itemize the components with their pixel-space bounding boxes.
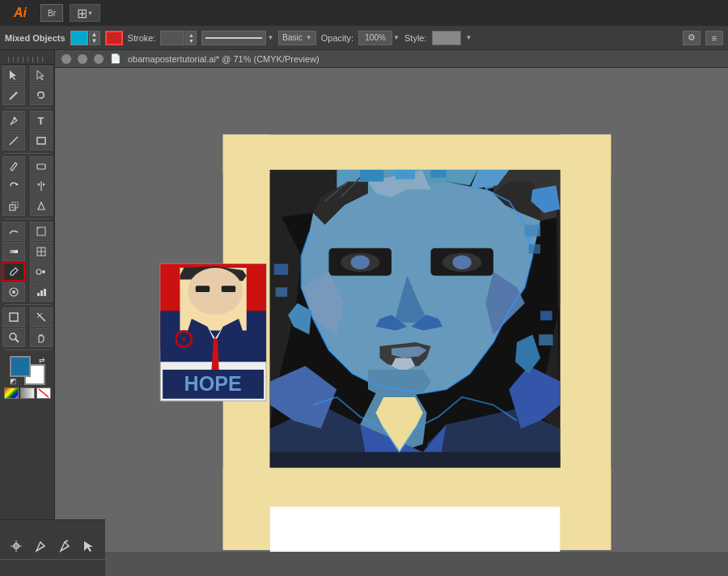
tool-divider-4 xyxy=(5,304,50,305)
settings-icon-btn[interactable]: ⚙ xyxy=(683,31,700,45)
pencil-tool[interactable] xyxy=(2,156,25,176)
bottom-divider xyxy=(0,559,105,560)
graph-tool[interactable] xyxy=(30,282,53,302)
svg-marker-11 xyxy=(43,183,45,186)
magic-wand-tool[interactable] xyxy=(2,86,25,105)
reset-colors-icon[interactable]: ◩ xyxy=(10,377,17,385)
style-dropdown-arrow[interactable]: ▼ xyxy=(466,34,472,41)
warp-tool[interactable] xyxy=(2,222,25,241)
svg-rect-81 xyxy=(276,287,288,297)
svg-rect-86 xyxy=(430,170,446,178)
pen-tool[interactable] xyxy=(2,111,25,130)
stroke-style-box[interactable] xyxy=(201,31,266,45)
color-mode-btn[interactable] xyxy=(4,388,19,399)
svg-rect-83 xyxy=(539,334,552,345)
stroke-width-input[interactable] xyxy=(160,31,184,45)
main-area: |||||||| T xyxy=(0,50,728,552)
svg-line-33 xyxy=(39,389,49,397)
svg-rect-79 xyxy=(529,244,541,254)
panel-toggle-btn[interactable]: ≡ xyxy=(705,31,723,45)
fill-dropdown-arrow[interactable]: ▲▼ xyxy=(89,31,100,45)
svg-rect-7 xyxy=(37,164,45,169)
bottom-tool-row-1 xyxy=(6,536,99,556)
pen-tool-alt[interactable] xyxy=(55,536,74,556)
tool-row-8 xyxy=(2,222,53,241)
window-maximize-button[interactable] xyxy=(94,54,104,64)
artboard-tool[interactable] xyxy=(2,307,25,327)
swap-colors-icon[interactable]: ⇄ xyxy=(39,356,45,364)
svg-marker-1 xyxy=(37,70,44,80)
svg-rect-6 xyxy=(37,138,45,144)
bottom-pen-panel xyxy=(0,519,105,576)
rotate-tool[interactable] xyxy=(2,176,25,196)
eraser-tool[interactable] xyxy=(30,156,53,176)
svg-rect-28 xyxy=(10,313,18,321)
canvas-svg: HOPE xyxy=(55,68,728,552)
mesh-tool[interactable] xyxy=(30,242,53,261)
type-tool[interactable]: T xyxy=(30,111,53,130)
zoom-tool[interactable] xyxy=(2,328,25,347)
svg-point-104 xyxy=(182,337,185,341)
tool-row-13 xyxy=(2,328,53,347)
svg-point-24 xyxy=(12,290,15,294)
brush-dropdown[interactable]: Basic ▼ xyxy=(278,31,315,45)
arrange-button[interactable]: ⊞ ▼ xyxy=(70,4,100,22)
anchor-add-tool[interactable] xyxy=(6,536,26,556)
reflect-tool[interactable] xyxy=(30,176,53,196)
slice-tool[interactable] xyxy=(30,307,53,327)
pen-tool-bottom[interactable] xyxy=(31,536,50,556)
gradient-tool[interactable] xyxy=(2,242,25,261)
svg-point-57 xyxy=(453,256,472,269)
left-toolbar: |||||||| T xyxy=(0,50,55,552)
stroke-arrows[interactable]: ▲▼ xyxy=(185,31,197,45)
window-minimize-button[interactable] xyxy=(78,54,87,64)
eyedropper-tool[interactable] xyxy=(2,262,25,282)
svg-rect-82 xyxy=(540,311,552,320)
svg-point-56 xyxy=(351,256,370,269)
window-close-button[interactable] xyxy=(61,54,71,64)
arrow-tool[interactable] xyxy=(79,536,99,556)
direct-selection-tool[interactable] xyxy=(30,66,53,85)
canvas-area[interactable]: 📄 obamapostertutorial.ai* @ 71% (CMYK/Pr… xyxy=(55,50,728,552)
foreground-color[interactable] xyxy=(10,356,31,377)
svg-rect-71 xyxy=(270,452,560,468)
svg-rect-80 xyxy=(274,264,288,275)
line-tool[interactable] xyxy=(2,131,25,150)
svg-text:HOPE: HOPE xyxy=(184,372,241,395)
no-fill-btn[interactable] xyxy=(36,388,51,399)
opacity-dropdown-arrow[interactable]: ▼ xyxy=(393,34,400,41)
blend-tool[interactable] xyxy=(30,262,53,282)
svg-point-21 xyxy=(36,269,41,274)
opacity-input[interactable]: 100% xyxy=(358,31,392,45)
selection-tool[interactable] xyxy=(2,66,25,85)
svg-marker-10 xyxy=(37,183,40,186)
svg-rect-16 xyxy=(10,250,18,253)
hand-tool[interactable] xyxy=(30,328,53,347)
bridge-button[interactable]: Br xyxy=(40,4,63,22)
fg-bg-colors: ⇄ ◩ xyxy=(10,356,45,385)
svg-rect-27 xyxy=(44,289,46,296)
free-distort-tool[interactable] xyxy=(30,222,53,241)
gradient-mode-btn[interactable] xyxy=(20,388,35,399)
style-box[interactable] xyxy=(432,31,461,45)
toolbar-ruler: |||||||| xyxy=(0,53,54,65)
svg-point-31 xyxy=(10,333,16,340)
stroke-style-arrow[interactable]: ▼ xyxy=(267,34,273,41)
style-label: Style: xyxy=(404,33,427,43)
fill-color-swatch[interactable] xyxy=(70,31,88,45)
lasso-tool[interactable] xyxy=(30,86,53,105)
svg-line-5 xyxy=(10,137,18,145)
stroke-color-swatch[interactable] xyxy=(105,31,123,45)
transform-tool[interactable] xyxy=(30,197,53,216)
rect-tool[interactable] xyxy=(30,131,53,150)
mixed-objects-label: Mixed Objects xyxy=(5,33,66,43)
color-mode-row xyxy=(4,388,51,399)
tool-divider-5 xyxy=(5,349,50,350)
svg-marker-108 xyxy=(84,541,93,552)
svg-marker-0 xyxy=(10,70,16,80)
tool-row-7 xyxy=(2,197,53,216)
symbol-tool[interactable] xyxy=(2,282,25,302)
scale-tool[interactable] xyxy=(2,197,25,216)
document-titlebar: 📄 obamapostertutorial.ai* @ 71% (CMYK/Pr… xyxy=(55,50,728,68)
svg-point-22 xyxy=(42,270,45,273)
